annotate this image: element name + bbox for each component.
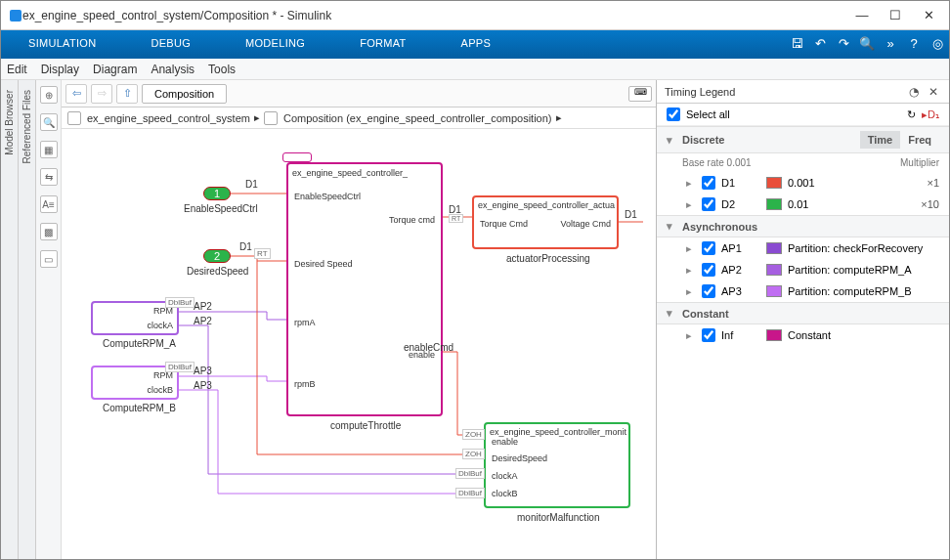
legend-row-checkbox[interactable]: [702, 176, 715, 190]
chevron-right-icon: ▸: [556, 111, 562, 124]
box-icon[interactable]: ▭: [40, 250, 58, 268]
inport-1[interactable]: 1: [203, 187, 231, 200]
rate-tag-rt: RT: [254, 248, 271, 259]
legend-row-checkbox[interactable]: [702, 241, 715, 255]
maximize-button[interactable]: ☐: [883, 6, 908, 25]
redo-icon[interactable]: ↷: [832, 30, 855, 56]
fit-icon[interactable]: ⊕: [40, 86, 58, 104]
sample-time-marker: [282, 152, 312, 162]
block-title: ex_engine_speed_controller_: [292, 168, 408, 178]
image-icon[interactable]: ▩: [40, 223, 58, 240]
tab-simulation[interactable]: SIMULATION: [1, 30, 123, 56]
block-title: ex_engine_speed_controller_actua: [478, 200, 615, 210]
block-actuator-label: actuatorProcessing: [506, 253, 590, 264]
forward-button[interactable]: ⇨: [91, 84, 112, 104]
back-button[interactable]: ⇦: [65, 84, 87, 104]
expand-icon[interactable]: ▸: [686, 264, 696, 277]
expand-icon[interactable]: ▸: [686, 177, 696, 190]
more-icon[interactable]: »: [879, 30, 902, 56]
tag-dblbuf: DblBuf: [455, 488, 485, 498]
signal-ap2: AP2: [194, 301, 212, 312]
simulink-icon: [9, 9, 22, 22]
left-rail-model-browser[interactable]: Model Browser: [1, 80, 19, 560]
collapse-icon[interactable]: ▾: [667, 307, 676, 320]
color-swatch: [766, 285, 782, 297]
menu-tools[interactable]: Tools: [208, 63, 236, 76]
block-rpm-a-label: ComputeRPM_A: [103, 338, 176, 349]
time-toggle[interactable]: Time: [860, 131, 900, 149]
minimize-button[interactable]: —: [849, 6, 875, 25]
collapse-icon[interactable]: ▾: [667, 220, 676, 233]
block-monitor[interactable]: ex_engine_speed_controller_monit enable …: [484, 422, 630, 508]
menu-display[interactable]: Display: [41, 63, 79, 76]
zoom-icon[interactable]: 🔍: [40, 113, 58, 131]
expand-icon[interactable]: ▸: [686, 198, 696, 211]
legend-row-checkbox[interactable]: [702, 284, 715, 298]
expand-icon[interactable]: ▸: [686, 329, 696, 342]
save-icon[interactable]: 🖫: [785, 30, 808, 56]
block-actuator[interactable]: ex_engine_speed_controller_actua Torque …: [472, 195, 619, 249]
search-icon[interactable]: 🔍: [855, 30, 879, 56]
block-rpm-b-label: ComputeRPM_B: [103, 403, 176, 413]
tab-apps[interactable]: APPS: [434, 30, 519, 56]
block-monitor-label: monitorMalfunction: [517, 512, 599, 523]
color-swatch: [766, 329, 782, 341]
inport-1-label: EnableSpeedCtrl: [184, 203, 258, 214]
canvas-tab[interactable]: Composition: [142, 84, 227, 104]
up-button[interactable]: ⇧: [116, 84, 138, 104]
tag-dblbuf: DblBuf: [455, 468, 485, 479]
tab-format[interactable]: FORMAT: [332, 30, 433, 56]
tab-debug[interactable]: DEBUG: [123, 30, 218, 56]
block-compute-throttle[interactable]: ex_engine_speed_controller_ EnableSpeedC…: [286, 162, 443, 416]
legend-discrete-hdr: Discrete: [682, 134, 724, 146]
breadcrumb-root[interactable]: ex_engine_speed_control_system: [87, 112, 250, 124]
menu-edit[interactable]: Edit: [7, 63, 27, 76]
subsystem-icon: [264, 111, 278, 125]
undo-icon[interactable]: ↶: [808, 30, 832, 56]
tab-modeling[interactable]: MODELING: [218, 30, 332, 56]
keyboard-icon[interactable]: ⌨: [628, 86, 652, 102]
canvas[interactable]: 1 EnableSpeedCtrl D1 2 DesiredSpeed D1 R…: [62, 129, 656, 560]
text-icon[interactable]: A≡: [40, 195, 58, 213]
timing-legend: Timing Legend ◔ ✕ Select all ↻ ▸D₁ ▾ Dis…: [656, 80, 949, 560]
tab-strip: SIMULATION DEBUG MODELING FORMAT APPS 🖫 …: [1, 30, 949, 56]
legend-row-checkbox[interactable]: [702, 328, 715, 342]
multiplier-label: Multiplier: [900, 157, 939, 168]
refresh-icon[interactable]: ↻: [907, 108, 916, 121]
signal-ap2: AP2: [194, 316, 212, 326]
expand-icon[interactable]: ▸: [686, 242, 696, 255]
annotate-icon[interactable]: ▦: [40, 141, 58, 158]
nav-icon[interactable]: ⇆: [40, 168, 58, 186]
color-swatch: [766, 177, 782, 189]
tag-zoh: ZOH: [462, 429, 485, 440]
block-compute-throttle-label: computeThrottle: [330, 420, 401, 431]
freq-toggle[interactable]: Freq: [900, 131, 939, 149]
tag-dblbuf: DblBuf: [165, 362, 194, 372]
expand-icon[interactable]: ▸: [686, 285, 696, 298]
highlight-icon[interactable]: ▸D₁: [922, 108, 939, 121]
signal-enablecmd: enableCmd: [404, 342, 453, 353]
select-all-checkbox[interactable]: [667, 108, 680, 121]
menu-analysis[interactable]: Analysis: [151, 63, 194, 76]
tag-dblbuf: DblBuf: [165, 297, 194, 308]
block-title: ex_engine_speed_controller_monit: [490, 427, 626, 437]
left-rail-referenced-files[interactable]: Referenced Files: [19, 80, 36, 560]
inport-2[interactable]: 2: [203, 249, 231, 263]
collapse-icon[interactable]: ▾: [667, 134, 676, 147]
title-bar: ex_engine_speed_control_system/Compositi…: [1, 1, 949, 30]
help-icon[interactable]: ?: [902, 30, 926, 56]
close-button[interactable]: ✕: [916, 6, 941, 25]
rate-tag-rt: RT: [449, 214, 463, 223]
color-swatch: [766, 264, 782, 276]
signal-ap3: AP3: [194, 366, 212, 376]
legend-row-checkbox[interactable]: [702, 263, 715, 277]
legend-gear-icon[interactable]: ◔: [906, 84, 922, 100]
model-icon: [67, 111, 81, 125]
legend-close-icon[interactable]: ✕: [926, 84, 941, 100]
legend-row-checkbox[interactable]: [702, 197, 715, 211]
window-title: ex_engine_speed_control_system/Compositi…: [22, 9, 842, 22]
menu-diagram[interactable]: Diagram: [93, 63, 137, 76]
target-icon[interactable]: ◎: [926, 30, 949, 56]
canvas-nav: ⇦ ⇨ ⇧ Composition ⌨: [62, 80, 656, 108]
breadcrumb-child[interactable]: Composition (ex_engine_speed_controller_…: [283, 112, 552, 124]
